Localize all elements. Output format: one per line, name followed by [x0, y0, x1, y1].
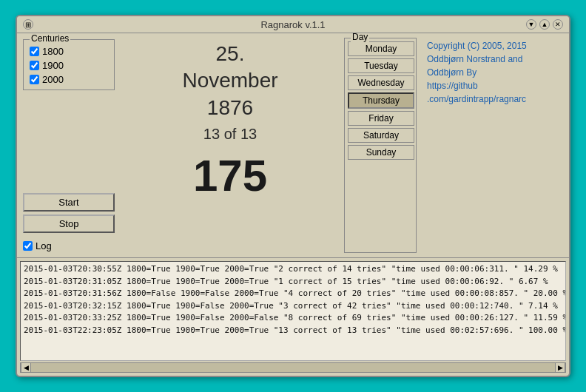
scroll-right-button[interactable]: ▶: [555, 362, 565, 373]
title-bar-controls: ▼ ▲ ✕: [526, 19, 563, 30]
log-entry: 2015-01-03T20:31:56Z 1800=False 1900=Fal…: [24, 288, 562, 300]
centuries-group: Centuries 1800 1900 2000: [23, 39, 115, 90]
title-bar: ⊞ Ragnarok v.1.1 ▼ ▲ ✕: [17, 16, 569, 33]
minimize-button[interactable]: ▼: [526, 19, 536, 30]
action-buttons: Start Stop: [23, 193, 115, 233]
century-2000-checkbox[interactable]: [30, 75, 39, 84]
century-1900-row: 1900: [30, 60, 108, 71]
century-1900-checkbox[interactable]: [30, 61, 39, 70]
century-2000-label: 2000: [42, 74, 64, 85]
window-title: Ragnarok v.1.1: [260, 19, 325, 30]
log-area: 2015-01-03T20:30:55Z 1800=True 1900=True…: [17, 257, 569, 376]
log-scroll[interactable]: 2015-01-03T20:30:55Z 1800=True 1900=True…: [20, 261, 566, 361]
log-row: Log: [23, 240, 115, 251]
info-panel: Copyright (C) 2005, 2015 Oddbjørn Norstr…: [421, 33, 569, 257]
stop-button[interactable]: Stop: [23, 214, 115, 233]
log-label: Log: [36, 240, 52, 251]
info-line1: Copyright (C) 2005, 2015: [427, 39, 563, 53]
log-entry: 2015-01-03T22:23:05Z 1800=True 1900=True…: [24, 325, 562, 337]
log-checkbox[interactable]: [23, 241, 33, 251]
century-1800-row: 1800: [30, 46, 108, 57]
log-entry: 2015-01-03T20:33:25Z 1800=True 1900=Fals…: [24, 312, 562, 325]
info-line3: Oddbjørn By: [427, 66, 563, 79]
close-button-right[interactable]: ✕: [553, 19, 563, 30]
tries-display: 13 of 13: [203, 126, 257, 143]
date-line2: November: [182, 67, 277, 94]
day-panel: Day Monday Tuesday Wednesday Thursday Fr…: [340, 33, 421, 257]
century-1800-label: 1800: [42, 46, 64, 57]
info-line2: Oddbjørn Norstrand and: [427, 53, 563, 66]
day-saturday[interactable]: Saturday: [348, 128, 414, 143]
scroll-track[interactable]: [31, 363, 555, 372]
day-tuesday[interactable]: Tuesday: [348, 58, 414, 73]
day-wednesday[interactable]: Wednesday: [348, 75, 414, 90]
log-entry: 2015-01-03T20:32:15Z 1800=True 1900=Fals…: [24, 300, 562, 313]
log-entry: 2015-01-03T20:30:55Z 1800=True 1900=True…: [24, 263, 562, 276]
day-group: Day Monday Tuesday Wednesday Thursday Fr…: [344, 38, 417, 253]
info-line5: .com/gardintrapp/ragnarc: [427, 92, 563, 106]
left-panel: Centuries 1800 1900 2000: [17, 33, 121, 257]
start-button[interactable]: Start: [23, 193, 115, 212]
center-panel: 25. November 1876 13 of 13 175: [121, 33, 340, 257]
day-thursday[interactable]: Thursday: [348, 92, 414, 109]
window-icon-btn[interactable]: ⊞: [23, 19, 33, 30]
day-monday[interactable]: Monday: [348, 41, 414, 56]
century-1900-label: 1900: [42, 60, 64, 71]
main-content: Centuries 1800 1900 2000: [17, 33, 569, 376]
day-label: Day: [351, 33, 369, 42]
horizontal-scrollbar: ◀ ▶: [20, 362, 566, 373]
century-1800-checkbox[interactable]: [30, 47, 39, 56]
window-icon: ⊞: [25, 21, 31, 29]
day-sunday[interactable]: Sunday: [348, 145, 414, 160]
day-friday[interactable]: Friday: [348, 111, 414, 126]
main-window: ⊞ Ragnarok v.1.1 ▼ ▲ ✕ Centuries 1800: [16, 15, 570, 377]
centuries-label: Centuries: [30, 33, 70, 44]
century-2000-row: 2000: [30, 74, 108, 85]
maximize-button[interactable]: ▲: [539, 19, 550, 30]
date-line1: 25.: [182, 41, 277, 67]
log-entry: 2015-01-03T20:31:05Z 1800=True 1900=True…: [24, 276, 562, 288]
scroll-left-button[interactable]: ◀: [21, 362, 31, 373]
date-line3: 1876: [182, 95, 277, 121]
date-display: 25. November 1876: [182, 41, 277, 121]
info-line4: https://github: [427, 79, 563, 92]
number-display: 175: [193, 150, 267, 201]
top-content: Centuries 1800 1900 2000: [17, 33, 569, 257]
